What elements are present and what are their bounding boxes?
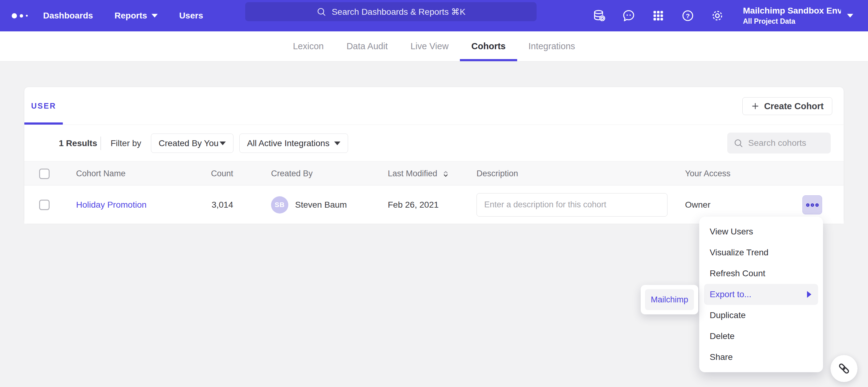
table-header: Cohort Name Count Created By Last Modifi…	[24, 161, 844, 185]
create-cohort-label: Create Cohort	[764, 101, 824, 111]
col-your-access: Your Access	[685, 162, 731, 186]
project-name: Mailchimp Sandbox Env...	[743, 6, 841, 16]
tab-lexicon[interactable]: Lexicon	[282, 31, 335, 61]
project-scope: All Project Data	[743, 17, 841, 26]
divider	[100, 137, 101, 150]
nav-item-reports[interactable]: Reports	[115, 11, 158, 21]
search-icon	[316, 7, 326, 16]
col-label: Last Modified	[388, 169, 437, 178]
nav-item-label: Users	[179, 11, 203, 21]
search-icon	[734, 138, 743, 148]
top-nav: Dashboards Reports Users Search Dashboar…	[0, 0, 868, 31]
cohort-count: 3,014	[184, 186, 233, 224]
data-management-icon[interactable]	[592, 9, 606, 23]
cohorts-toolbar: 1 Results Filter by Created By You All A…	[24, 133, 844, 153]
filter-by-label: Filter by	[111, 133, 142, 153]
tab-label: Live View	[411, 41, 449, 51]
tab-cohorts[interactable]: Cohorts	[460, 31, 517, 61]
row-actions-menu-button[interactable]	[802, 195, 822, 214]
svg-text:?: ?	[686, 12, 690, 20]
created-by-filter-dropdown[interactable]: Created By You	[151, 134, 234, 153]
tab-label: Cohorts	[471, 41, 505, 51]
col-cohort-name: Cohort Name	[76, 162, 126, 186]
settings-gear-icon[interactable]	[710, 9, 724, 23]
search-cohorts-box	[727, 133, 831, 153]
avatar: SB	[271, 196, 288, 213]
cohorts-card: USER Create Cohort 1 Results Filter by C…	[24, 87, 844, 224]
chevron-down-icon	[847, 14, 853, 17]
menu-item-export-to[interactable]: Export to...	[704, 284, 818, 305]
nav-item-dashboards[interactable]: Dashboards	[43, 11, 93, 21]
cohort-name-link[interactable]: Holiday Promotion	[76, 200, 147, 210]
created-by-name: Steven Baum	[295, 200, 347, 210]
tab-integrations[interactable]: Integrations	[517, 31, 587, 61]
description-input[interactable]	[476, 193, 668, 217]
menu-item-label: Export to...	[710, 289, 751, 299]
link-icon	[837, 361, 851, 376]
select-all-checkbox[interactable]	[39, 169, 50, 179]
tab-live-view[interactable]: Live View	[399, 31, 460, 61]
row-actions-menu: View Users Visualize Trend Refresh Count…	[699, 217, 823, 372]
col-created-by: Created By	[271, 162, 313, 186]
menu-item-view-users[interactable]: View Users	[699, 221, 823, 242]
tab-label: USER	[31, 102, 56, 110]
menu-item-share[interactable]: Share	[699, 347, 823, 367]
nav-item-label: Dashboards	[43, 11, 93, 21]
chevron-down-icon	[152, 14, 158, 17]
chevron-down-icon	[334, 142, 340, 145]
project-switcher[interactable]: Mailchimp Sandbox Env... All Project Dat…	[743, 0, 864, 31]
nav-item-users[interactable]: Users	[179, 11, 203, 21]
menu-item-duplicate[interactable]: Duplicate	[699, 305, 823, 326]
menu-item-visualize-trend[interactable]: Visualize Trend	[699, 242, 823, 263]
dropdown-value: Created By You	[159, 138, 219, 148]
copy-link-fab-button[interactable]	[830, 355, 858, 382]
global-search-button[interactable]: Search Dashboards & Reports ⌘K	[245, 2, 536, 21]
ellipsis-icon	[806, 203, 809, 207]
col-description: Description	[476, 162, 518, 186]
tab-label: Data Audit	[346, 41, 388, 51]
submenu-item-mailchimp[interactable]: Mailchimp	[645, 289, 694, 310]
export-submenu: Mailchimp	[641, 285, 698, 314]
search-cohorts-input[interactable]	[748, 138, 822, 148]
tab-user-cohorts[interactable]: USER	[24, 87, 63, 125]
menu-item-refresh-count[interactable]: Refresh Count	[699, 263, 823, 284]
secondary-nav: Lexicon Data Audit Live View Cohorts Int…	[0, 31, 868, 62]
nav-item-label: Reports	[115, 11, 147, 21]
col-last-modified[interactable]: Last Modified	[388, 162, 450, 186]
tab-label: Lexicon	[293, 41, 324, 51]
global-search-placeholder: Search Dashboards & Reports ⌘K	[332, 7, 465, 17]
plus-icon	[751, 102, 760, 110]
logo-dots-icon[interactable]	[12, 13, 33, 19]
divider	[24, 125, 844, 125]
dropdown-value: All Active Integrations	[247, 138, 330, 148]
results-count: 1 Results	[59, 133, 97, 153]
submenu-arrow-icon	[807, 291, 811, 298]
create-cohort-button[interactable]: Create Cohort	[742, 97, 832, 115]
help-icon[interactable]: ?	[681, 9, 695, 23]
row-checkbox[interactable]	[39, 200, 50, 210]
apps-grid-icon[interactable]	[651, 9, 665, 23]
last-modified-date: Feb 26, 2021	[388, 186, 439, 224]
col-count: Count	[184, 162, 233, 186]
chevron-down-icon	[220, 142, 226, 145]
feedback-icon[interactable]	[622, 9, 636, 23]
tab-label: Integrations	[529, 41, 576, 51]
menu-item-delete[interactable]: Delete	[699, 326, 823, 347]
tab-data-audit[interactable]: Data Audit	[335, 31, 399, 61]
sort-icon	[441, 169, 450, 178]
integrations-filter-dropdown[interactable]: All Active Integrations	[239, 134, 348, 153]
